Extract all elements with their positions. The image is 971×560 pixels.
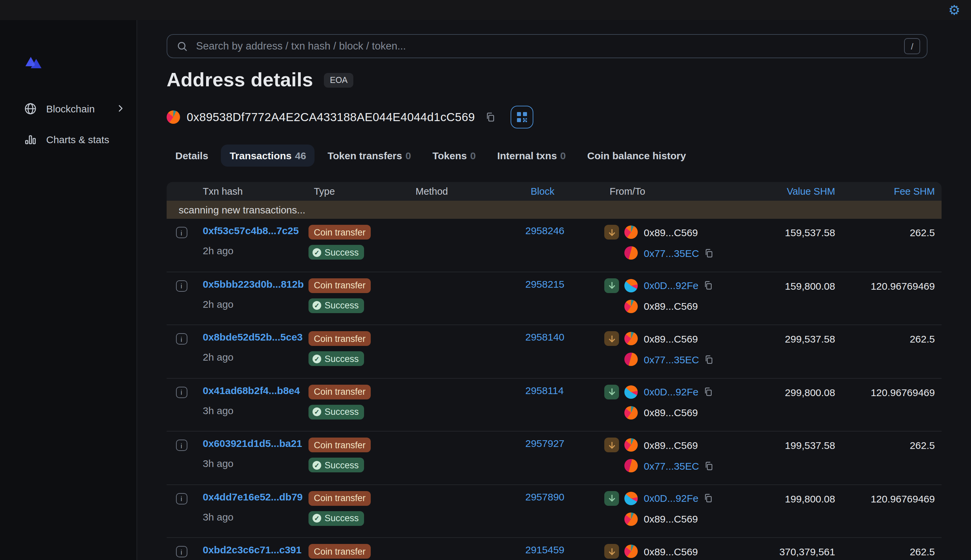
txn-type-badge: Coin transfer [309, 491, 371, 505]
txn-type-badge: Coin transfer [309, 331, 371, 346]
to-avatar [624, 353, 638, 366]
block-link[interactable]: 2957890 [525, 491, 564, 502]
tab-token-transfers[interactable]: Token transfers0 [319, 145, 420, 167]
copy-address-icon[interactable] [704, 248, 714, 258]
col-block[interactable]: Block [525, 186, 604, 197]
info-icon[interactable]: i [176, 280, 187, 292]
main-content: / Address details EOA 0x89538Df7772A4E2C… [137, 20, 971, 560]
txn-value: 370,379,561 [762, 544, 835, 557]
qr-code-button[interactable] [510, 106, 533, 128]
txn-hash-link[interactable]: 0x603921d1d5...ba21 [196, 438, 309, 449]
txn-hash-link[interactable]: 0x8bde52d52b...5ce3 [196, 331, 309, 343]
txn-fee: 120.96769469 [835, 278, 941, 292]
txn-type-badge: Coin transfer [309, 438, 371, 452]
direction-arrow-icon [604, 278, 619, 293]
tab-details[interactable]: Details [167, 145, 217, 167]
from-avatar [624, 545, 638, 558]
txn-hash-link[interactable]: 0x41ad68b2f4...b8e4 [196, 384, 309, 396]
copy-address-icon[interactable] [703, 493, 713, 503]
check-icon: ✓ [312, 248, 321, 257]
search-icon [177, 40, 188, 52]
sidebar-item-charts-stats[interactable]: Charts & stats [0, 126, 137, 153]
info-icon[interactable]: i [176, 440, 187, 451]
settings-gear-icon[interactable]: ⚙ [948, 3, 960, 17]
copy-address-icon[interactable] [704, 354, 714, 364]
from-address: 0x89...C569 [644, 546, 698, 557]
from-avatar [624, 225, 638, 239]
block-link[interactable]: 2958246 [525, 225, 564, 236]
txn-status-badge: ✓Success [309, 405, 364, 419]
txn-status-badge: ✓Success [309, 458, 364, 472]
from-address: 0x89...C569 [644, 333, 698, 344]
txn-hash-link[interactable]: 0xf53c57c4b8...7c25 [196, 225, 309, 236]
sidebar-item-blockchain[interactable]: Blockchain [0, 95, 137, 122]
table-row: i 0xf53c57c4b8...7c25 2h ago Coin transf… [167, 219, 941, 272]
txn-hash-link[interactable]: 0x5bbb223d0b...812b [196, 278, 309, 289]
col-type: Type [309, 186, 410, 197]
bar-chart-icon [24, 133, 37, 145]
tab-tokens[interactable]: Tokens0 [424, 145, 484, 167]
txn-age: 3h ago [196, 511, 309, 522]
shardeum-logo-icon[interactable] [25, 56, 42, 71]
to-address: 0x89...C569 [644, 407, 698, 418]
txn-status-badge: ✓Success [309, 298, 364, 313]
block-link[interactable]: 2958215 [525, 278, 564, 289]
txn-value: 159,800.08 [762, 278, 835, 292]
to-address[interactable]: 0x77...35EC [644, 353, 699, 365]
table-row: i 0x8bde52d52b...5ce3 2h ago Coin transf… [167, 325, 941, 378]
to-address[interactable]: 0x77...35EC [644, 460, 699, 472]
to-address[interactable]: 0x77...35EC [644, 247, 699, 258]
col-txn-hash: Txn hash [196, 186, 309, 197]
txn-status-badge: ✓Success [309, 511, 364, 525]
txn-type-badge: Coin transfer [309, 278, 371, 293]
copy-address-icon[interactable] [703, 387, 713, 397]
chevron-right-icon [116, 104, 125, 113]
txn-hash-link[interactable]: 0xbd2c3c6c71...c391 [196, 544, 309, 555]
table-row: i 0x5bbb223d0b...812b 2h ago Coin transf… [167, 272, 941, 325]
copy-address-icon[interactable] [485, 112, 496, 122]
info-icon[interactable]: i [176, 493, 187, 504]
from-avatar [624, 279, 638, 292]
txn-hash-link[interactable]: 0x4dd7e16e52...db79 [196, 491, 309, 502]
from-address[interactable]: 0x0D...92Fe [644, 280, 698, 291]
check-icon: ✓ [312, 301, 321, 310]
block-link[interactable]: 2958140 [525, 331, 564, 343]
direction-arrow-icon [604, 384, 619, 399]
top-bar: ⚙ [0, 0, 971, 20]
sidebar: Blockchain Charts & stats [0, 20, 137, 560]
info-icon[interactable]: i [176, 333, 187, 345]
col-fee-shm[interactable]: Fee SHM [835, 186, 941, 197]
txn-fee: 262.5 [835, 438, 941, 451]
txn-value: 159,537.58 [762, 225, 835, 238]
info-icon[interactable]: i [176, 546, 187, 557]
txn-age: 3h ago [196, 405, 309, 416]
info-icon[interactable]: i [176, 227, 187, 238]
table-row: i 0x41ad68b2f4...b8e4 3h ago Coin transf… [167, 378, 941, 432]
info-icon[interactable]: i [176, 387, 187, 398]
to-avatar [624, 459, 638, 472]
col-value-shm[interactable]: Value SHM [762, 186, 835, 197]
tab-coin-balance-history[interactable]: Coin balance history [579, 145, 695, 167]
from-address[interactable]: 0x0D...92Fe [644, 492, 698, 504]
search-bar[interactable]: / [167, 34, 928, 58]
from-address: 0x89...C569 [644, 227, 698, 238]
block-link[interactable]: 2958114 [525, 384, 564, 396]
copy-address-icon[interactable] [704, 461, 714, 471]
from-avatar [624, 332, 638, 345]
from-avatar [624, 385, 638, 398]
globe-icon [24, 102, 37, 115]
txn-fee: 120.96769469 [835, 384, 941, 398]
from-address[interactable]: 0x0D...92Fe [644, 386, 698, 397]
tab-transactions[interactable]: Transactions46 [221, 145, 315, 167]
to-avatar [624, 406, 638, 419]
direction-arrow-icon [604, 491, 619, 505]
direction-arrow-icon [604, 331, 619, 346]
transactions-table: Txn hash Type Method Block From/To Value… [167, 182, 941, 560]
sidebar-item-label: Blockchain [46, 103, 95, 114]
tab-internal-txns[interactable]: Internal txns0 [489, 145, 574, 167]
search-input[interactable] [195, 40, 904, 53]
block-link[interactable]: 2915459 [525, 544, 564, 555]
copy-address-icon[interactable] [703, 280, 713, 290]
block-link[interactable]: 2957927 [525, 438, 564, 449]
txn-fee: 120.96769469 [835, 491, 941, 504]
